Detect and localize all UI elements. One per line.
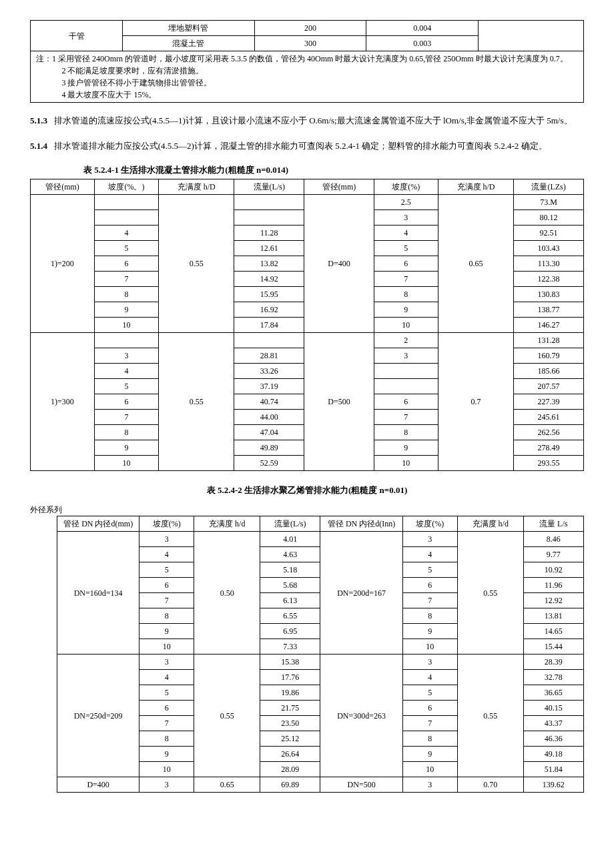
cell: 46.36: [523, 731, 583, 747]
cell: 7: [374, 272, 438, 287]
cell: 6: [139, 701, 194, 716]
cell: 103.43: [514, 241, 584, 256]
paragraph-513: 5.1.3 排水管道的流速应按公式(4.5.5—1)计算，且设计最小流速不应小于…: [30, 113, 584, 128]
cell: 9: [94, 440, 158, 456]
cell: 8.46: [523, 532, 583, 547]
table-row: 干管 埋地塑料管 200 0.004: [31, 21, 584, 36]
cell: [94, 195, 158, 210]
cell: 3: [139, 777, 194, 793]
cell: 49.18: [523, 747, 583, 762]
cell: 13.81: [523, 608, 583, 624]
cell: 43.37: [523, 716, 583, 731]
cell: 3: [374, 348, 438, 364]
cell: 7: [94, 272, 158, 287]
cell: 0.65: [438, 195, 513, 333]
cell: 8: [374, 425, 438, 440]
cell: 26.64: [260, 747, 320, 762]
table-row: DN=160d=13430.504.01DN=200d=16730.558.46: [57, 532, 584, 547]
col-header: 坡度(%): [139, 516, 194, 532]
cell: 51.84: [523, 762, 583, 777]
cell: 7: [94, 410, 158, 425]
col-header: 流量(L/s): [234, 179, 304, 195]
cell: D=400: [57, 777, 139, 793]
data-table-5241: 管径(mm)坡度(%。)充满度 h/D流量(L/s)管径(mm)坡度(%)充满度…: [30, 179, 584, 471]
cell: 6.95: [260, 624, 320, 639]
table-row: DN=250d=20930.5515.38DN=300d=26330.5528.…: [57, 655, 584, 670]
cell: 5: [402, 562, 457, 578]
table-row: 1)=3000.55D=50020.7131.28: [31, 333, 584, 348]
cell: [479, 21, 584, 51]
cell: 139.62: [523, 777, 583, 793]
cell: 293.55: [514, 456, 584, 471]
cell: 300: [254, 36, 366, 51]
cell: 40.74: [234, 394, 304, 410]
cell: 113.30: [514, 256, 584, 272]
note-line: 3 接户管管径不得小于建筑物排出管管径。: [36, 77, 578, 89]
cell: DN=300d=263: [320, 655, 402, 777]
cell: D=500: [304, 333, 374, 471]
cell: 9: [402, 624, 457, 639]
header-row: 管径 DN 内径d(mm)坡度(%)充满度 h/d流量(L/s)管径 DN 内径…: [57, 516, 584, 532]
cell: 9: [374, 440, 438, 456]
note-line: 2 不能满足坡度要求时，应有清淤措施。: [36, 65, 578, 77]
cell: 7: [139, 716, 194, 731]
cell: 5: [94, 241, 158, 256]
cell: 17.76: [260, 670, 320, 685]
cell: 25.12: [260, 731, 320, 747]
cell: 15.44: [523, 639, 583, 655]
cell: 40.15: [523, 701, 583, 716]
para-number: 5.1.3: [30, 115, 47, 125]
col-header: 充满度 h/D: [438, 179, 513, 195]
cell: 12.61: [234, 241, 304, 256]
cell: 0.55: [457, 532, 523, 655]
cell: 3: [94, 348, 158, 364]
cell: 10: [374, 318, 438, 333]
cell: 73.M: [514, 195, 584, 210]
cell: 69.89: [260, 777, 320, 793]
cell: 10: [402, 762, 457, 777]
side-label: 外径系列: [30, 504, 584, 516]
cell: 17.84: [234, 318, 304, 333]
data-table-5242: 管径 DN 内径d(mm)坡度(%)充满度 h/d流量(L/s)管径 DN 内径…: [57, 516, 584, 793]
cell: 6: [374, 394, 438, 410]
cell: 10: [94, 318, 158, 333]
cell: 13.82: [234, 256, 304, 272]
cell: 9: [94, 302, 158, 318]
cell: 19.86: [260, 685, 320, 701]
cell: 122.38: [514, 272, 584, 287]
table-caption-5242: 表 5.2.4-2 生活排水聚乙烯管排水能力(粗糙度 n=0.01): [30, 484, 584, 496]
cell: 4: [402, 670, 457, 685]
col-header: 管径 DN 内径d(Inn): [320, 516, 402, 532]
cell: 6: [402, 578, 457, 593]
notes-row: 注：1 采用管径 240Omrn 的管道时，最小坡度可采用表 5.3.5 的数值…: [31, 51, 584, 103]
cell: 混凝土管: [123, 36, 254, 51]
cell: 5: [94, 379, 158, 394]
col-header: 管径(mm): [304, 179, 374, 195]
cell: 5: [402, 685, 457, 701]
para-number: 5.1.4: [30, 141, 47, 151]
cell: 49.89: [234, 440, 304, 456]
cell: 8: [139, 731, 194, 747]
cell: 5: [139, 562, 194, 578]
cell: 11.96: [523, 578, 583, 593]
cell: 0.55: [457, 655, 523, 777]
cell: 28.81: [234, 348, 304, 364]
cell: 10: [139, 639, 194, 655]
note-line: 注：1 采用管径 240Omrn 的管道时，最小坡度可采用表 5.3.5 的数值…: [36, 53, 578, 65]
header-row: 管径(mm)坡度(%。)充满度 h/D流量(L/s)管径(mm)坡度(%)充满度…: [31, 179, 584, 195]
cell: 47.04: [234, 425, 304, 440]
cell: 207.57: [514, 379, 584, 394]
cell: 160.79: [514, 348, 584, 364]
cell: 138.77: [514, 302, 584, 318]
cell: 52.59: [234, 456, 304, 471]
cell: 6: [402, 701, 457, 716]
cell: 3: [402, 777, 457, 793]
cell: 33.26: [234, 364, 304, 379]
cell: 5.18: [260, 562, 320, 578]
cell: 14.92: [234, 272, 304, 287]
cell: 埋地塑料管: [123, 21, 254, 36]
cell: 2: [374, 333, 438, 348]
cell: 干管: [31, 21, 123, 51]
col-header: 坡度(%): [402, 516, 457, 532]
cell: 0.55: [158, 195, 234, 333]
